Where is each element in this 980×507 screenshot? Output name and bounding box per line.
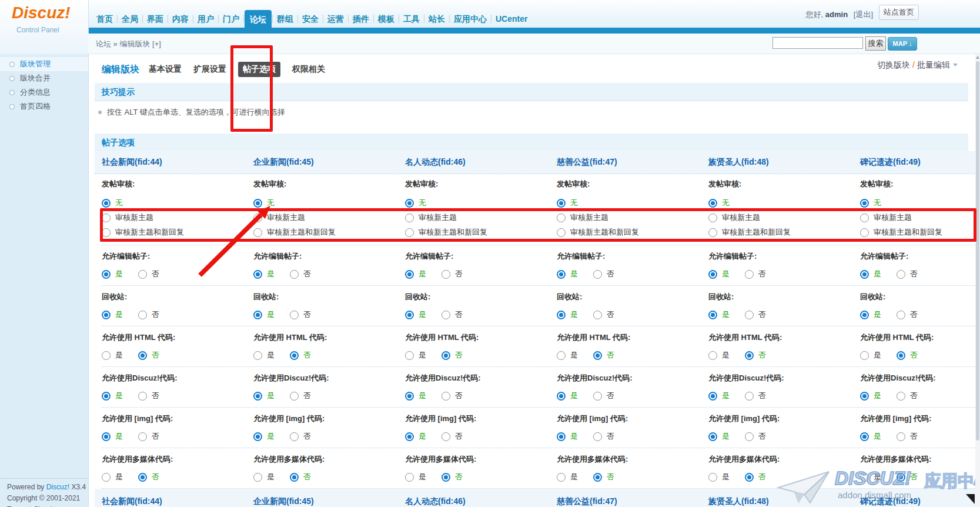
radio-option-label[interactable]: 是	[115, 350, 123, 361]
forum-link[interactable]: 社会新闻(fid:44)	[102, 496, 253, 507]
forum-link[interactable]: 族贤圣人(fid:48)	[708, 496, 860, 507]
radio-option[interactable]: 是	[405, 391, 426, 401]
radio-option-label[interactable]: 是	[115, 472, 123, 482]
radio-option-label[interactable]: 否	[152, 431, 159, 442]
radio-selected-icon[interactable]	[441, 473, 450, 482]
radio-option-label[interactable]: 是	[722, 269, 730, 279]
radio-option-label[interactable]: 否	[152, 350, 159, 361]
radio-selected-icon[interactable]	[557, 311, 566, 319]
radio-option[interactable]: 是	[253, 431, 275, 442]
radio-selected-icon[interactable]	[557, 270, 566, 279]
radio-option[interactable]: 是	[102, 391, 123, 401]
radio-option[interactable]: 否	[441, 391, 463, 401]
radio-option[interactable]: 否	[593, 269, 614, 279]
radio-unselected-icon[interactable]	[441, 432, 450, 441]
radio-option[interactable]: 否	[441, 472, 463, 482]
radio-option-label[interactable]: 是	[419, 472, 426, 482]
search-button[interactable]: 搜索	[865, 36, 886, 51]
radio-selected-icon[interactable]	[405, 392, 414, 401]
forum-link[interactable]: 社会新闻(fid:44)	[102, 157, 253, 168]
radio-unselected-icon[interactable]	[290, 311, 299, 319]
batch-edit-link[interactable]: 批量编辑	[917, 60, 950, 69]
radio-option[interactable]: 是	[405, 309, 426, 320]
radio-option-label[interactable]: 是	[419, 391, 426, 401]
radio-option-label[interactable]: 否	[607, 350, 614, 361]
radio-option-label[interactable]: 是	[115, 309, 123, 320]
radio-unselected-icon[interactable]	[253, 351, 262, 360]
radio-option[interactable]: 否	[745, 472, 766, 482]
radio-option[interactable]: 否	[441, 350, 463, 361]
radio-option[interactable]: 是	[253, 350, 275, 361]
radio-unselected-icon[interactable]	[593, 392, 602, 401]
radio-option-label[interactable]: 否	[455, 391, 463, 401]
radio-option-label[interactable]: 否	[607, 269, 614, 279]
radio-option-label[interactable]: 是	[419, 269, 426, 279]
radio-option[interactable]: 是	[405, 350, 426, 361]
nav-item[interactable]: 应用中心	[450, 15, 490, 34]
radio-option-label[interactable]: 无	[722, 198, 730, 208]
tab-item[interactable]: 权限相关	[292, 64, 325, 75]
radio-option-label[interactable]: 否	[455, 269, 463, 279]
radio-selected-icon[interactable]	[860, 432, 869, 441]
vertical-scrollbar[interactable]	[975, 54, 980, 507]
radio-selected-icon[interactable]	[708, 270, 717, 279]
nav-item[interactable]: 群组	[273, 15, 297, 34]
radio-option-label[interactable]: 是	[570, 472, 578, 482]
radio-selected-icon[interactable]	[405, 270, 414, 279]
radio-option[interactable]: 是	[102, 472, 123, 482]
radio-option[interactable]: 是	[253, 391, 275, 401]
radio-option[interactable]: 无	[557, 198, 708, 208]
radio-option[interactable]: 是	[860, 269, 881, 279]
radio-option-label[interactable]: 是	[419, 309, 426, 320]
radio-selected-icon[interactable]	[897, 473, 905, 482]
radio-selected-icon[interactable]	[253, 432, 262, 441]
radio-option[interactable]: 否	[593, 431, 614, 442]
radio-option-label[interactable]: 否	[910, 391, 918, 401]
radio-option-label[interactable]: 否	[758, 309, 766, 320]
nav-item[interactable]: 用户	[194, 15, 218, 34]
radio-selected-icon[interactable]	[708, 311, 717, 319]
radio-option[interactable]: 是	[708, 350, 730, 361]
radio-selected-icon[interactable]	[102, 392, 111, 401]
radio-option[interactable]: 否	[441, 431, 463, 442]
radio-unselected-icon[interactable]	[708, 351, 717, 360]
radio-option-label[interactable]: 是	[722, 431, 730, 442]
radio-option[interactable]: 否	[897, 309, 918, 320]
radio-option-label[interactable]: 否	[607, 431, 614, 442]
radio-selected-icon[interactable]	[860, 270, 869, 279]
radio-option-label[interactable]: 是	[722, 472, 730, 482]
radio-selected-icon[interactable]	[441, 351, 450, 360]
radio-option-label[interactable]: 否	[152, 309, 159, 320]
radio-unselected-icon[interactable]	[593, 270, 602, 279]
radio-unselected-icon[interactable]	[897, 311, 905, 319]
radio-selected-icon[interactable]	[138, 473, 147, 482]
radio-option-label[interactable]: 否	[152, 269, 159, 279]
radio-unselected-icon[interactable]	[138, 270, 147, 279]
radio-option-label[interactable]: 否	[303, 309, 311, 320]
radio-option-label[interactable]: 否	[910, 309, 918, 320]
radio-selected-icon[interactable]	[557, 392, 566, 401]
radio-selected-icon[interactable]	[138, 351, 147, 360]
radio-option-label[interactable]: 否	[303, 391, 311, 401]
radio-option-label[interactable]: 否	[758, 472, 766, 482]
radio-option[interactable]: 否	[897, 269, 918, 279]
radio-option[interactable]: 否	[897, 431, 918, 442]
radio-option-label[interactable]: 否	[303, 350, 311, 361]
radio-option[interactable]: 是	[557, 309, 578, 320]
radio-selected-icon[interactable]	[745, 473, 754, 482]
radio-selected-icon[interactable]	[745, 351, 754, 360]
radio-option[interactable]: 是	[708, 391, 730, 401]
radio-option-label[interactable]: 是	[570, 431, 578, 442]
radio-unselected-icon[interactable]	[557, 351, 566, 360]
radio-option-label[interactable]: 否	[758, 431, 766, 442]
radio-option[interactable]: 否	[138, 431, 159, 442]
radio-option-label[interactable]: 无	[570, 198, 578, 208]
radio-selected-icon[interactable]	[897, 351, 905, 360]
radio-option[interactable]: 是	[253, 472, 275, 482]
radio-option-label[interactable]: 否	[152, 472, 159, 482]
radio-option-label[interactable]: 是	[874, 350, 881, 361]
radio-selected-icon[interactable]	[557, 432, 566, 441]
radio-option-label[interactable]: 否	[607, 309, 614, 320]
radio-option[interactable]: 是	[708, 431, 730, 442]
radio-unselected-icon[interactable]	[441, 311, 450, 319]
